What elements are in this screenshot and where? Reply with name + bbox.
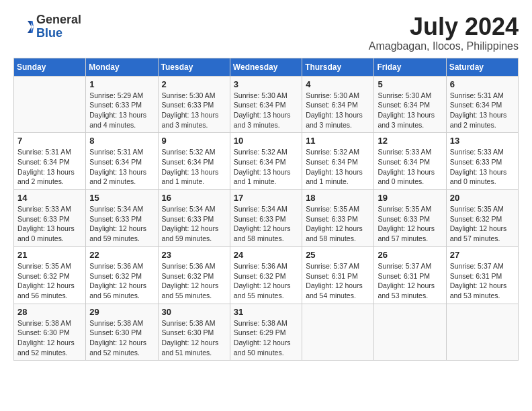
day-number: 13 (450, 136, 515, 146)
calendar-cell: 12Sunrise: 5:33 AM Sunset: 6:34 PM Dayli… (374, 133, 446, 190)
calendar-header-row: SundayMondayTuesdayWednesdayThursdayFrid… (14, 58, 519, 76)
calendar-week-row: 14Sunrise: 5:33 AM Sunset: 6:33 PM Dayli… (14, 190, 519, 247)
day-number: 14 (17, 193, 82, 203)
calendar-cell: 16Sunrise: 5:34 AM Sunset: 6:33 PM Dayli… (158, 190, 230, 247)
day-number: 25 (306, 250, 370, 260)
calendar-cell: 20Sunrise: 5:35 AM Sunset: 6:32 PM Dayli… (446, 190, 518, 247)
day-number: 24 (234, 250, 298, 260)
day-info: Sunrise: 5:36 AM Sunset: 6:32 PM Dayligh… (89, 261, 154, 301)
logo-icon (13, 17, 34, 37)
calendar-cell: 8Sunrise: 5:31 AM Sunset: 6:34 PM Daylig… (86, 133, 158, 190)
col-header-saturday: Saturday (446, 58, 518, 76)
day-info: Sunrise: 5:36 AM Sunset: 6:32 PM Dayligh… (234, 261, 298, 301)
calendar-cell: 1Sunrise: 5:29 AM Sunset: 6:33 PM Daylig… (86, 76, 158, 133)
col-header-wednesday: Wednesday (230, 58, 302, 76)
day-number: 2 (162, 79, 226, 89)
day-info: Sunrise: 5:38 AM Sunset: 6:30 PM Dayligh… (17, 318, 82, 358)
col-header-thursday: Thursday (302, 58, 374, 76)
day-info: Sunrise: 5:36 AM Sunset: 6:32 PM Dayligh… (162, 261, 226, 301)
day-info: Sunrise: 5:32 AM Sunset: 6:34 PM Dayligh… (234, 147, 298, 187)
day-info: Sunrise: 5:37 AM Sunset: 6:31 PM Dayligh… (450, 261, 515, 301)
logo: General Blue (13, 13, 81, 40)
calendar-cell: 26Sunrise: 5:37 AM Sunset: 6:31 PM Dayli… (374, 246, 446, 304)
day-number: 16 (162, 193, 226, 203)
month-year: July 2024 (369, 13, 519, 40)
calendar-cell: 6Sunrise: 5:31 AM Sunset: 6:34 PM Daylig… (446, 76, 518, 133)
col-header-friday: Friday (374, 58, 446, 76)
calendar-cell (14, 76, 86, 133)
page-header: General Blue July 2024 Amagbagan, Ilocos… (13, 13, 519, 52)
day-info: Sunrise: 5:35 AM Sunset: 6:33 PM Dayligh… (306, 204, 370, 244)
logo-text: General Blue (36, 13, 81, 40)
calendar-week-row: 1Sunrise: 5:29 AM Sunset: 6:33 PM Daylig… (14, 76, 519, 133)
calendar-cell: 7Sunrise: 5:31 AM Sunset: 6:34 PM Daylig… (14, 133, 86, 190)
calendar-cell: 3Sunrise: 5:30 AM Sunset: 6:34 PM Daylig… (230, 76, 302, 133)
calendar-cell: 22Sunrise: 5:36 AM Sunset: 6:32 PM Dayli… (86, 246, 158, 304)
calendar-cell: 30Sunrise: 5:38 AM Sunset: 6:30 PM Dayli… (158, 304, 230, 361)
calendar-week-row: 7Sunrise: 5:31 AM Sunset: 6:34 PM Daylig… (14, 133, 519, 190)
day-number: 7 (17, 136, 82, 146)
col-header-monday: Monday (86, 58, 158, 76)
day-number: 9 (162, 136, 226, 146)
day-info: Sunrise: 5:30 AM Sunset: 6:33 PM Dayligh… (162, 91, 226, 130)
calendar-cell: 15Sunrise: 5:34 AM Sunset: 6:33 PM Dayli… (86, 190, 158, 247)
day-number: 26 (378, 250, 442, 260)
calendar-cell: 28Sunrise: 5:38 AM Sunset: 6:30 PM Dayli… (14, 304, 86, 361)
calendar-cell: 13Sunrise: 5:33 AM Sunset: 6:33 PM Dayli… (446, 133, 518, 190)
location: Amagbagan, Ilocos, Philippines (369, 40, 519, 52)
calendar-cell: 5Sunrise: 5:30 AM Sunset: 6:34 PM Daylig… (374, 76, 446, 133)
day-info: Sunrise: 5:29 AM Sunset: 6:33 PM Dayligh… (89, 91, 154, 130)
calendar-cell: 17Sunrise: 5:34 AM Sunset: 6:33 PM Dayli… (230, 190, 302, 247)
calendar-cell: 4Sunrise: 5:30 AM Sunset: 6:34 PM Daylig… (302, 76, 374, 133)
calendar-cell: 19Sunrise: 5:35 AM Sunset: 6:33 PM Dayli… (374, 190, 446, 247)
day-info: Sunrise: 5:30 AM Sunset: 6:34 PM Dayligh… (378, 91, 442, 130)
day-info: Sunrise: 5:37 AM Sunset: 6:31 PM Dayligh… (378, 261, 442, 301)
day-number: 17 (234, 193, 298, 203)
day-info: Sunrise: 5:30 AM Sunset: 6:34 PM Dayligh… (306, 91, 370, 130)
day-info: Sunrise: 5:38 AM Sunset: 6:29 PM Dayligh… (234, 318, 298, 358)
day-info: Sunrise: 5:35 AM Sunset: 6:33 PM Dayligh… (378, 204, 442, 244)
day-info: Sunrise: 5:33 AM Sunset: 6:33 PM Dayligh… (17, 204, 82, 244)
day-info: Sunrise: 5:34 AM Sunset: 6:33 PM Dayligh… (162, 204, 226, 244)
day-number: 27 (450, 250, 515, 260)
day-number: 30 (162, 307, 226, 317)
day-number: 21 (17, 250, 82, 260)
day-number: 3 (234, 79, 298, 89)
day-number: 12 (378, 136, 442, 146)
day-info: Sunrise: 5:30 AM Sunset: 6:34 PM Dayligh… (234, 91, 298, 130)
day-info: Sunrise: 5:34 AM Sunset: 6:33 PM Dayligh… (89, 204, 154, 244)
day-number: 23 (162, 250, 226, 260)
calendar-table: SundayMondayTuesdayWednesdayThursdayFrid… (13, 58, 519, 361)
day-number: 8 (89, 136, 154, 146)
day-number: 22 (89, 250, 154, 260)
col-header-tuesday: Tuesday (158, 58, 230, 76)
day-info: Sunrise: 5:32 AM Sunset: 6:34 PM Dayligh… (306, 147, 370, 187)
calendar-cell: 18Sunrise: 5:35 AM Sunset: 6:33 PM Dayli… (302, 190, 374, 247)
day-number: 18 (306, 193, 370, 203)
calendar-cell: 29Sunrise: 5:38 AM Sunset: 6:30 PM Dayli… (86, 304, 158, 361)
day-info: Sunrise: 5:31 AM Sunset: 6:34 PM Dayligh… (17, 147, 82, 187)
calendar-cell (374, 304, 446, 361)
calendar-cell: 25Sunrise: 5:37 AM Sunset: 6:31 PM Dayli… (302, 246, 374, 304)
day-number: 31 (234, 307, 298, 317)
day-number: 11 (306, 136, 370, 146)
day-number: 20 (450, 193, 515, 203)
calendar-cell: 14Sunrise: 5:33 AM Sunset: 6:33 PM Dayli… (14, 190, 86, 247)
calendar-cell: 21Sunrise: 5:35 AM Sunset: 6:32 PM Dayli… (14, 246, 86, 304)
title-block: July 2024 Amagbagan, Ilocos, Philippines (369, 13, 519, 52)
day-number: 10 (234, 136, 298, 146)
calendar-cell: 10Sunrise: 5:32 AM Sunset: 6:34 PM Dayli… (230, 133, 302, 190)
day-info: Sunrise: 5:31 AM Sunset: 6:34 PM Dayligh… (89, 147, 154, 187)
day-info: Sunrise: 5:31 AM Sunset: 6:34 PM Dayligh… (450, 91, 515, 130)
calendar-cell: 31Sunrise: 5:38 AM Sunset: 6:29 PM Dayli… (230, 304, 302, 361)
day-info: Sunrise: 5:34 AM Sunset: 6:33 PM Dayligh… (234, 204, 298, 244)
calendar-cell: 24Sunrise: 5:36 AM Sunset: 6:32 PM Dayli… (230, 246, 302, 304)
day-number: 19 (378, 193, 442, 203)
day-number: 6 (450, 79, 515, 89)
day-info: Sunrise: 5:38 AM Sunset: 6:30 PM Dayligh… (89, 318, 154, 358)
calendar-cell: 27Sunrise: 5:37 AM Sunset: 6:31 PM Dayli… (446, 246, 518, 304)
day-number: 1 (89, 79, 154, 89)
day-info: Sunrise: 5:33 AM Sunset: 6:33 PM Dayligh… (450, 147, 515, 187)
day-info: Sunrise: 5:32 AM Sunset: 6:34 PM Dayligh… (162, 147, 226, 187)
calendar-cell: 2Sunrise: 5:30 AM Sunset: 6:33 PM Daylig… (158, 76, 230, 133)
